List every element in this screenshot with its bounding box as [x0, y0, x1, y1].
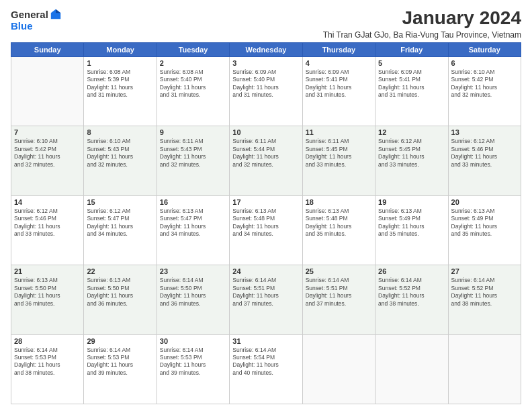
day-info: Sunrise: 6:09 AMSunset: 5:41 PMDaylight:… — [306, 68, 372, 99]
table-row: 2Sunrise: 6:08 AMSunset: 5:40 PMDaylight… — [157, 56, 229, 126]
day-info: Sunrise: 6:12 AMSunset: 5:46 PMDaylight:… — [14, 208, 81, 238]
day-number: 23 — [160, 267, 226, 275]
table-row — [375, 334, 448, 404]
day-info: Sunrise: 6:12 AMSunset: 5:46 PMDaylight:… — [451, 138, 518, 169]
day-number: 14 — [14, 198, 81, 206]
header: General Blue January 2024 Thi Tran GJat … — [11, 8, 521, 40]
table-row: 10Sunrise: 6:11 AMSunset: 5:44 PMDayligh… — [230, 126, 302, 195]
calendar-week-4: 21Sunrise: 6:13 AMSunset: 5:50 PMDayligh… — [11, 265, 521, 334]
day-number: 15 — [87, 198, 153, 206]
header-tuesday: Tuesday — [157, 42, 229, 56]
header-friday: Friday — [375, 42, 448, 56]
table-row: 18Sunrise: 6:13 AMSunset: 5:48 PMDayligh… — [302, 195, 375, 265]
logo-blue: Blue — [11, 20, 33, 32]
table-row: 31Sunrise: 6:14 AMSunset: 5:54 PMDayligh… — [230, 334, 302, 404]
table-row: 12Sunrise: 6:12 AMSunset: 5:45 PMDayligh… — [375, 126, 448, 195]
day-number: 18 — [306, 198, 372, 206]
day-number: 2 — [160, 59, 226, 67]
table-row: 6Sunrise: 6:10 AMSunset: 5:42 PMDaylight… — [448, 56, 521, 126]
day-info: Sunrise: 6:14 AMSunset: 5:50 PMDaylight:… — [160, 277, 226, 308]
day-number: 3 — [232, 59, 299, 67]
table-row: 9Sunrise: 6:11 AMSunset: 5:43 PMDaylight… — [157, 126, 229, 195]
day-number: 17 — [232, 198, 299, 206]
table-row: 8Sunrise: 6:10 AMSunset: 5:43 PMDaylight… — [84, 126, 157, 195]
table-row: 27Sunrise: 6:14 AMSunset: 5:52 PMDayligh… — [448, 265, 521, 334]
day-number: 11 — [306, 128, 372, 136]
day-number: 4 — [306, 59, 372, 67]
table-row: 30Sunrise: 6:14 AMSunset: 5:53 PMDayligh… — [157, 334, 229, 404]
day-info: Sunrise: 6:14 AMSunset: 5:52 PMDaylight:… — [378, 277, 445, 308]
day-number: 22 — [87, 267, 153, 275]
table-row: 4Sunrise: 6:09 AMSunset: 5:41 PMDaylight… — [302, 56, 375, 126]
subtitle: Thi Tran GJat GJo, Ba Ria-Vung Tau Provi… — [323, 30, 521, 40]
logo: General Blue — [11, 8, 62, 32]
day-info: Sunrise: 6:13 AMSunset: 5:48 PMDaylight:… — [306, 208, 372, 238]
day-info: Sunrise: 6:13 AMSunset: 5:48 PMDaylight:… — [232, 208, 299, 238]
table-row: 14Sunrise: 6:12 AMSunset: 5:46 PMDayligh… — [11, 195, 84, 265]
day-info: Sunrise: 6:10 AMSunset: 5:42 PMDaylight:… — [14, 138, 81, 169]
day-info: Sunrise: 6:14 AMSunset: 5:51 PMDaylight:… — [232, 277, 299, 308]
day-number: 8 — [87, 128, 153, 136]
month-title: January 2024 — [323, 8, 521, 29]
day-info: Sunrise: 6:12 AMSunset: 5:47 PMDaylight:… — [87, 208, 153, 238]
table-row — [448, 334, 521, 404]
header-monday: Monday — [84, 42, 157, 56]
day-info: Sunrise: 6:10 AMSunset: 5:43 PMDaylight:… — [87, 138, 153, 169]
day-info: Sunrise: 6:14 AMSunset: 5:53 PMDaylight:… — [87, 347, 153, 377]
page: General Blue January 2024 Thi Tran GJat … — [0, 0, 532, 411]
day-info: Sunrise: 6:09 AMSunset: 5:40 PMDaylight:… — [232, 68, 299, 99]
day-info: Sunrise: 6:13 AMSunset: 5:49 PMDaylight:… — [451, 208, 518, 238]
header-wednesday: Wednesday — [230, 42, 302, 56]
table-row: 28Sunrise: 6:14 AMSunset: 5:53 PMDayligh… — [11, 334, 84, 404]
table-row: 7Sunrise: 6:10 AMSunset: 5:42 PMDaylight… — [11, 126, 84, 195]
day-info: Sunrise: 6:12 AMSunset: 5:45 PMDaylight:… — [378, 138, 445, 169]
table-row — [302, 334, 375, 404]
day-number: 25 — [306, 267, 372, 275]
calendar: Sunday Monday Tuesday Wednesday Thursday… — [11, 42, 521, 404]
table-row: 5Sunrise: 6:09 AMSunset: 5:41 PMDaylight… — [375, 56, 448, 126]
day-number: 20 — [451, 198, 518, 206]
day-number: 21 — [14, 267, 81, 275]
day-number: 27 — [451, 267, 518, 275]
day-info: Sunrise: 6:11 AMSunset: 5:45 PMDaylight:… — [306, 138, 372, 169]
day-info: Sunrise: 6:13 AMSunset: 5:50 PMDaylight:… — [14, 277, 81, 308]
logo-general: General — [11, 9, 48, 20]
table-row: 1Sunrise: 6:08 AMSunset: 5:39 PMDaylight… — [84, 56, 157, 126]
day-number: 5 — [378, 59, 445, 67]
table-row: 11Sunrise: 6:11 AMSunset: 5:45 PMDayligh… — [302, 126, 375, 195]
day-info: Sunrise: 6:09 AMSunset: 5:41 PMDaylight:… — [378, 68, 445, 99]
day-number: 19 — [378, 198, 445, 206]
day-info: Sunrise: 6:13 AMSunset: 5:50 PMDaylight:… — [87, 277, 153, 308]
day-info: Sunrise: 6:08 AMSunset: 5:40 PMDaylight:… — [160, 68, 226, 99]
calendar-week-5: 28Sunrise: 6:14 AMSunset: 5:53 PMDayligh… — [11, 334, 521, 404]
table-row: 17Sunrise: 6:13 AMSunset: 5:48 PMDayligh… — [230, 195, 302, 265]
header-saturday: Saturday — [448, 42, 521, 56]
table-row — [11, 56, 84, 126]
day-number: 26 — [378, 267, 445, 275]
calendar-week-2: 7Sunrise: 6:10 AMSunset: 5:42 PMDaylight… — [11, 126, 521, 195]
day-number: 31 — [232, 337, 299, 345]
day-info: Sunrise: 6:11 AMSunset: 5:44 PMDaylight:… — [232, 138, 299, 169]
table-row: 16Sunrise: 6:13 AMSunset: 5:47 PMDayligh… — [157, 195, 229, 265]
day-info: Sunrise: 6:14 AMSunset: 5:53 PMDaylight:… — [160, 347, 226, 377]
calendar-header-row: Sunday Monday Tuesday Wednesday Thursday… — [11, 42, 521, 56]
day-info: Sunrise: 6:14 AMSunset: 5:54 PMDaylight:… — [232, 347, 299, 377]
day-number: 9 — [160, 128, 226, 136]
day-info: Sunrise: 6:13 AMSunset: 5:47 PMDaylight:… — [160, 208, 226, 238]
table-row: 3Sunrise: 6:09 AMSunset: 5:40 PMDaylight… — [230, 56, 302, 126]
table-row: 20Sunrise: 6:13 AMSunset: 5:49 PMDayligh… — [448, 195, 521, 265]
day-number: 6 — [451, 59, 518, 67]
svg-marker-1 — [56, 9, 60, 13]
day-info: Sunrise: 6:11 AMSunset: 5:43 PMDaylight:… — [160, 138, 226, 169]
day-number: 28 — [14, 337, 81, 345]
day-number: 30 — [160, 337, 226, 345]
day-number: 13 — [451, 128, 518, 136]
header-thursday: Thursday — [302, 42, 375, 56]
table-row: 15Sunrise: 6:12 AMSunset: 5:47 PMDayligh… — [84, 195, 157, 265]
table-row: 23Sunrise: 6:14 AMSunset: 5:50 PMDayligh… — [157, 265, 229, 334]
day-number: 24 — [232, 267, 299, 275]
calendar-week-3: 14Sunrise: 6:12 AMSunset: 5:46 PMDayligh… — [11, 195, 521, 265]
day-number: 7 — [14, 128, 81, 136]
calendar-week-1: 1Sunrise: 6:08 AMSunset: 5:39 PMDaylight… — [11, 56, 521, 126]
day-info: Sunrise: 6:14 AMSunset: 5:51 PMDaylight:… — [306, 277, 372, 308]
